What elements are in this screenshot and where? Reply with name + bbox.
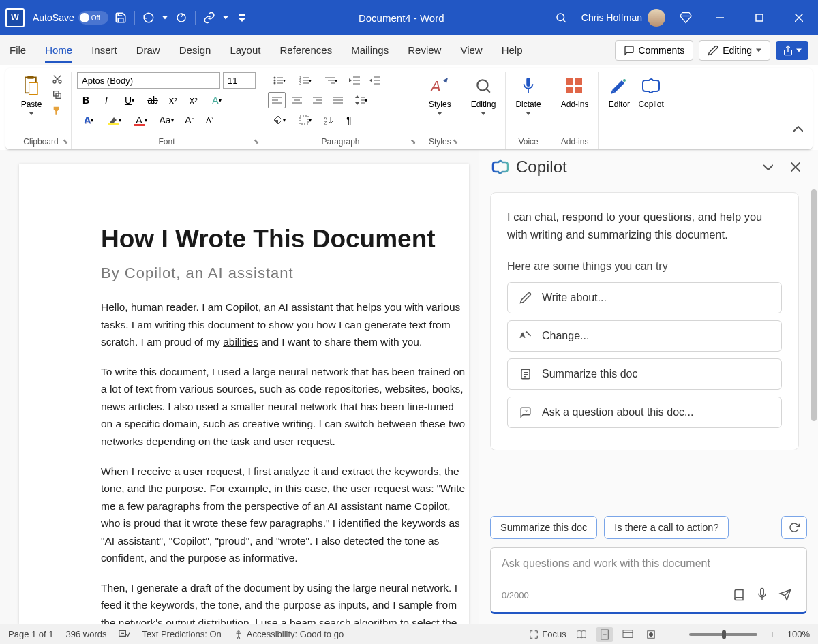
- tab-design[interactable]: Design: [179, 42, 211, 59]
- refresh-suggestions-icon[interactable]: [781, 516, 807, 539]
- suggestion-summarize[interactable]: Summarize this doc: [507, 358, 782, 390]
- bold-button[interactable]: B: [77, 92, 95, 108]
- link-icon[interactable]: [201, 10, 217, 26]
- status-accessibility[interactable]: Accessibility: Good to go: [234, 629, 344, 639]
- numbering-button[interactable]: 123▾: [294, 72, 317, 89]
- status-predictions[interactable]: Text Predictions: On: [142, 629, 221, 639]
- editor-button[interactable]: Editor: [604, 72, 634, 112]
- save-icon[interactable]: [112, 10, 129, 26]
- search-icon[interactable]: [553, 10, 569, 26]
- editing-button[interactable]: Editing: [467, 72, 500, 119]
- doc-paragraph-1[interactable]: Hello, human reader. I am Copilot, an AI…: [101, 298, 466, 351]
- link-dropdown-icon[interactable]: [222, 10, 230, 26]
- doc-paragraph-3[interactable]: When I receive a user request, I first a…: [101, 463, 466, 567]
- send-icon[interactable]: [775, 585, 796, 605]
- paste-button[interactable]: Paste: [16, 72, 46, 119]
- collapse-ribbon-icon[interactable]: [793, 126, 803, 133]
- user-account[interactable]: Chris Hoffman: [581, 9, 665, 27]
- suggestion-change[interactable]: AChange...: [507, 320, 782, 352]
- chip-summarize[interactable]: Summarize this doc: [490, 516, 597, 539]
- tab-layout[interactable]: Layout: [230, 42, 260, 59]
- font-color-button[interactable]: A▾: [129, 112, 152, 128]
- chip-call-to-action[interactable]: Is there a call to action?: [604, 516, 729, 539]
- redo-icon[interactable]: [173, 10, 190, 26]
- sort-button[interactable]: AZ: [320, 112, 337, 128]
- show-marks-button[interactable]: ¶: [340, 112, 358, 128]
- doc-paragraph-4[interactable]: Then, I generate a draft of the document…: [101, 579, 466, 624]
- doc-heading[interactable]: How I Wrote This Document: [101, 225, 469, 254]
- styles-button[interactable]: A Styles: [425, 72, 455, 119]
- superscript-button[interactable]: x2: [185, 92, 202, 108]
- undo-dropdown-icon[interactable]: [161, 10, 169, 26]
- font-name-combobox[interactable]: [77, 72, 220, 89]
- tab-review[interactable]: Review: [408, 42, 441, 59]
- suggestion-write-about[interactable]: Write about...: [507, 282, 782, 313]
- align-right-button[interactable]: [309, 92, 327, 108]
- copilot-collapse-icon[interactable]: [758, 157, 778, 177]
- tab-mailings[interactable]: Mailings: [351, 42, 389, 59]
- change-case-button[interactable]: Aa ▾: [155, 112, 178, 128]
- zoom-in-icon[interactable]: +: [764, 627, 781, 642]
- abilities-link[interactable]: abilities: [223, 336, 258, 348]
- align-left-button[interactable]: [268, 92, 286, 108]
- subscript-button[interactable]: x2: [164, 92, 182, 108]
- zoom-out-icon[interactable]: −: [666, 627, 682, 642]
- doc-paragraph-2[interactable]: To write this document, I used a large n…: [101, 363, 466, 450]
- tab-view[interactable]: View: [460, 42, 482, 59]
- increase-indent-button[interactable]: [366, 72, 384, 89]
- paragraph-launcher-icon[interactable]: ⬊: [410, 138, 416, 145]
- grow-font-button[interactable]: A˄: [181, 112, 198, 128]
- mic-icon[interactable]: [752, 585, 772, 605]
- status-spellcheck-icon[interactable]: [119, 630, 130, 639]
- line-spacing-button[interactable]: ▾: [350, 92, 373, 108]
- tab-draw[interactable]: Draw: [136, 42, 160, 59]
- status-page[interactable]: Page 1 of 1: [8, 629, 54, 639]
- zoom-slider[interactable]: [689, 633, 757, 636]
- font-launcher-icon[interactable]: ⬊: [254, 138, 259, 145]
- strikethrough-button[interactable]: ab: [144, 92, 162, 108]
- tab-insert[interactable]: Insert: [91, 42, 117, 59]
- shading-button[interactable]: ▾: [268, 112, 291, 128]
- decrease-indent-button[interactable]: [346, 72, 363, 89]
- web-layout-icon[interactable]: [620, 627, 636, 642]
- document-page[interactable]: How I Wrote This Document By Copilot, an…: [19, 164, 469, 624]
- bullets-button[interactable]: ▾: [268, 72, 291, 89]
- highlight-button[interactable]: ▾: [103, 112, 126, 128]
- align-center-button[interactable]: [288, 92, 306, 108]
- multilevel-button[interactable]: ▾: [320, 72, 343, 89]
- document-viewport[interactable]: How I Wrote This Document By Copilot, an…: [0, 150, 479, 624]
- shrink-font-button[interactable]: A˅: [201, 112, 219, 128]
- addins-button[interactable]: Add-ins: [557, 72, 593, 112]
- tab-references[interactable]: References: [279, 42, 332, 59]
- read-mode-icon[interactable]: [573, 627, 590, 642]
- status-macro-icon[interactable]: [643, 627, 659, 642]
- tab-help[interactable]: Help: [502, 42, 523, 59]
- suggestion-ask[interactable]: ?Ask a question about this doc...: [507, 397, 782, 428]
- clipboard-launcher-icon[interactable]: ⬊: [63, 138, 68, 145]
- tab-file[interactable]: File: [10, 42, 26, 59]
- book-icon[interactable]: [729, 585, 749, 605]
- close-button[interactable]: [785, 4, 813, 31]
- autosave-toggle[interactable]: Off: [78, 11, 108, 25]
- document-title[interactable]: Document4 - Word: [254, 12, 549, 24]
- copilot-ribbon-button[interactable]: Copilot: [634, 72, 667, 112]
- styles-launcher-icon[interactable]: ⬊: [453, 138, 458, 145]
- copilot-close-icon[interactable]: [785, 157, 806, 177]
- focus-mode-button[interactable]: Focus: [529, 629, 566, 639]
- status-words[interactable]: 396 words: [66, 629, 107, 639]
- copilot-input[interactable]: Ask questions and work with this documen…: [490, 547, 807, 614]
- diamond-icon[interactable]: [678, 10, 694, 26]
- format-painter-icon[interactable]: [49, 104, 65, 117]
- copilot-scrollbar[interactable]: [811, 189, 817, 421]
- tab-home[interactable]: Home: [45, 42, 72, 59]
- dictate-button[interactable]: Dictate: [511, 72, 545, 119]
- italic-button[interactable]: I: [97, 92, 115, 108]
- comments-button[interactable]: Comments: [615, 40, 694, 61]
- maximize-button[interactable]: [746, 4, 773, 31]
- text-effects2-button[interactable]: A ▾: [77, 112, 100, 128]
- justify-button[interactable]: [329, 92, 347, 108]
- doc-subtitle[interactable]: By Copilot, an AI assistant: [101, 264, 469, 282]
- share-button[interactable]: [776, 41, 808, 60]
- undo-icon[interactable]: [140, 10, 157, 26]
- print-layout-icon[interactable]: [596, 627, 613, 642]
